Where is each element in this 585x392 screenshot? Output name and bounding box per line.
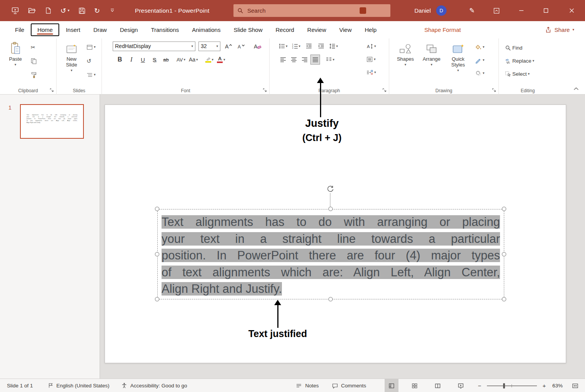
selection-handle-top-left[interactable]: [155, 207, 159, 211]
accessibility-status[interactable]: Accessibility: Good to go: [130, 383, 187, 389]
copy-button[interactable]: [31, 56, 37, 66]
open-file-icon[interactable]: [27, 7, 36, 15]
selection-handle-mid-left[interactable]: [155, 252, 159, 256]
layout-button[interactable]: ▾: [87, 42, 96, 52]
select-button[interactable]: Select ▾: [505, 69, 534, 79]
tab-draw[interactable]: Draw: [87, 23, 113, 36]
shapes-button[interactable]: Shapes ▾: [394, 40, 417, 66]
clipboard-dialog-launcher[interactable]: [50, 88, 54, 93]
maximize-button[interactable]: [533, 0, 558, 21]
selection-handle-top-right[interactable]: [502, 207, 506, 211]
tab-review[interactable]: Review: [301, 23, 333, 36]
font-size-select[interactable]: 32 ▾: [198, 42, 220, 51]
font-dialog-launcher[interactable]: [263, 88, 267, 93]
search-input[interactable]: Search: [233, 4, 390, 17]
change-case-button[interactable]: Aa ▾: [188, 55, 199, 65]
zoom-slider[interactable]: [487, 385, 537, 386]
tab-shape-format[interactable]: Shape Format: [418, 23, 467, 36]
tab-home[interactable]: Home: [31, 23, 59, 36]
slide-indicator[interactable]: Slide 1 of 1: [7, 383, 33, 389]
paste-button[interactable]: Paste ▾: [4, 40, 27, 66]
decrease-font-size-button[interactable]: A: [236, 41, 246, 51]
fit-to-window-button[interactable]: [568, 379, 582, 392]
minimize-button[interactable]: [509, 0, 533, 21]
drawing-dialog-launcher[interactable]: [492, 88, 497, 93]
align-left-button[interactable]: [278, 55, 288, 65]
view-slideshow-button[interactable]: [454, 379, 468, 392]
inking-button[interactable]: ✎: [460, 0, 484, 21]
increase-font-size-button[interactable]: A: [223, 41, 233, 51]
tab-help[interactable]: Help: [358, 23, 383, 36]
zoom-slider-thumb[interactable]: [503, 383, 505, 389]
slide-thumbnail[interactable]: Text alignments has to do with arranging…: [20, 104, 84, 139]
new-slide-button[interactable]: New Slide ▾: [60, 40, 83, 72]
justify-button[interactable]: [310, 55, 320, 65]
align-center-button[interactable]: [289, 55, 298, 65]
font-family-select[interactable]: RedHatDisplay ▾: [113, 42, 195, 51]
tab-animations[interactable]: Animations: [185, 23, 227, 36]
arrange-button[interactable]: Arrange ▾: [420, 40, 443, 66]
slide-canvas[interactable]: Text alignments has to do with arranging…: [105, 105, 566, 363]
notes-button[interactable]: Notes: [296, 383, 318, 389]
selection-handle-bottom-left[interactable]: [155, 297, 159, 301]
align-text-button[interactable]: ▾: [367, 55, 376, 64]
tab-design[interactable]: Design: [113, 23, 145, 36]
rotate-handle[interactable]: [326, 184, 335, 193]
undo-button[interactable]: ↺ ▾: [60, 6, 70, 15]
text-shadow-button[interactable]: S: [150, 55, 159, 65]
customize-toolbar-icon[interactable]: [108, 7, 117, 15]
character-spacing-button[interactable]: AV ▾: [176, 55, 186, 65]
cut-button[interactable]: ✂: [31, 42, 37, 52]
shape-effects-button[interactable]: ▾: [475, 68, 485, 78]
share-button[interactable]: Share ▾: [545, 27, 574, 33]
italic-button[interactable]: I: [127, 55, 136, 65]
format-painter-button[interactable]: [31, 70, 37, 80]
shape-outline-button[interactable]: ▾: [475, 55, 485, 65]
user-name[interactable]: Daniel: [414, 7, 431, 14]
zoom-in-button[interactable]: +: [541, 382, 548, 389]
columns-button[interactable]: ▾: [325, 55, 335, 65]
shape-fill-button[interactable]: ▾: [475, 42, 485, 52]
quick-styles-button[interactable]: Quick Styles ▾: [446, 40, 470, 72]
avatar[interactable]: D: [436, 5, 447, 16]
tab-insert[interactable]: Insert: [59, 23, 87, 36]
language-indicator[interactable]: English (United States): [57, 383, 110, 389]
paragraph-dialog-launcher[interactable]: [382, 88, 387, 93]
align-right-button[interactable]: [300, 55, 309, 65]
convert-to-smartart-button[interactable]: ▾: [367, 68, 376, 77]
view-reading-button[interactable]: [431, 379, 445, 392]
start-slideshow-icon[interactable]: [11, 7, 19, 15]
numbering-button[interactable]: 123 ▾: [291, 41, 302, 51]
view-slide-sorter-button[interactable]: [408, 379, 422, 392]
ribbon-display-options-button[interactable]: [484, 0, 509, 21]
save-icon[interactable]: [78, 7, 86, 15]
clear-formatting-button[interactable]: A: [253, 41, 262, 51]
selection-handle-mid-right[interactable]: [502, 252, 506, 256]
selection-handle-bottom-center[interactable]: [328, 297, 333, 301]
selection-handle-bottom-right[interactable]: [502, 297, 506, 301]
tab-transitions[interactable]: Transitions: [144, 23, 185, 36]
slide-text[interactable]: Text alignments has to do with arranging…: [162, 214, 500, 297]
new-file-icon[interactable]: [44, 7, 52, 15]
section-button[interactable]: ▾: [87, 70, 96, 80]
collapse-ribbon-button[interactable]: [573, 87, 579, 90]
spellcheck-icon[interactable]: [48, 382, 53, 389]
tab-file[interactable]: File: [8, 23, 31, 36]
text-box[interactable]: Text alignments has to do with arranging…: [157, 209, 504, 299]
close-button[interactable]: [558, 0, 585, 21]
replace-button[interactable]: ab Replace ▾: [505, 56, 534, 66]
tab-view[interactable]: View: [333, 23, 358, 36]
line-spacing-button[interactable]: ▾: [328, 41, 339, 51]
decrease-indent-button[interactable]: [304, 41, 313, 51]
increase-indent-button[interactable]: [316, 41, 326, 51]
strikethrough-button[interactable]: ab: [161, 55, 171, 65]
text-highlight-button[interactable]: ▾: [205, 55, 215, 65]
bold-button[interactable]: B: [115, 55, 125, 65]
tab-record[interactable]: Record: [269, 23, 300, 36]
zoom-level[interactable]: 63%: [552, 383, 563, 389]
reset-slide-button[interactable]: ↺: [87, 56, 96, 66]
font-color-button[interactable]: A ▾: [216, 55, 226, 65]
bullets-button[interactable]: ▾: [278, 41, 288, 51]
text-direction-button[interactable]: A ▾: [367, 42, 376, 51]
underline-button[interactable]: U: [138, 55, 148, 65]
